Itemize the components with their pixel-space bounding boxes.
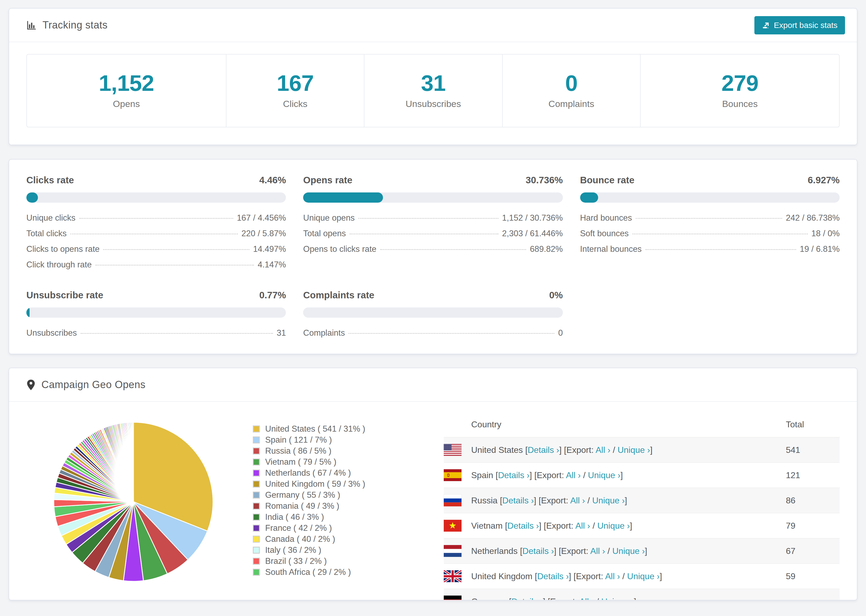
export-unique-link[interactable]: Unique › — [588, 470, 620, 480]
bracket: [ — [493, 470, 498, 480]
geo-opens-card: Campaign Geo Opens United States ( 541 /… — [9, 368, 857, 600]
ru-flag-icon — [444, 495, 461, 506]
stat-complaints-label: Complaints — [503, 99, 640, 109]
stat-clicks-value: 167 — [227, 71, 364, 95]
details-link[interactable]: Details › — [522, 546, 554, 556]
legend-item: Italy ( 36 / 2% ) — [253, 545, 403, 556]
export-all-link[interactable]: All › — [579, 597, 594, 601]
export-all-link[interactable]: All › — [570, 496, 585, 505]
clicks-rate-block: Clicks rate 4.46% Unique clicks167 / 4.4… — [26, 175, 286, 272]
export-icon — [762, 21, 770, 29]
country-name: Spain — [471, 470, 493, 480]
export-all-link[interactable]: All › — [590, 546, 605, 556]
legend-swatch — [253, 492, 260, 498]
total-cell: 59 — [786, 571, 840, 581]
opens-rate-progress-fill — [303, 192, 383, 203]
country-name: Germany — [471, 597, 507, 601]
legend-swatch — [253, 569, 260, 576]
bar-chart-icon — [26, 20, 36, 30]
rate-row: Total opens2,303 / 61.446% — [303, 226, 563, 241]
dotted-leader — [79, 218, 233, 219]
export-unique-link[interactable]: Unique › — [601, 597, 634, 601]
bracket: [ — [518, 546, 523, 556]
bracket: [ — [507, 597, 512, 601]
legend-swatch — [253, 470, 260, 476]
dotted-leader — [359, 218, 498, 219]
rate-row: Opens to clicks rate689.82% — [303, 241, 563, 257]
export-basic-stats-button[interactable]: Export basic stats — [754, 16, 845, 35]
unsubscribe-rate-progress-fill — [26, 308, 30, 318]
country-cell: Russia [Details ›] [Export: All › / Uniq… — [471, 496, 786, 506]
export-prefix: ] [Export: — [529, 470, 566, 480]
details-link[interactable]: Details › — [507, 521, 539, 531]
dotted-leader — [350, 234, 498, 234]
total-cell: 79 — [786, 521, 840, 531]
export-all-link[interactable]: All › — [595, 445, 610, 455]
export-all-link[interactable]: All › — [575, 521, 590, 531]
geo-table-row: United Kingdom [Details ›] [Export: All … — [444, 563, 840, 589]
unsubscribe-rate-value: 0.77% — [259, 290, 286, 300]
stat-clicks: 167 Clicks — [226, 55, 364, 127]
export-all-link[interactable]: All › — [605, 571, 620, 581]
legend-item: France ( 42 / 2% ) — [253, 522, 403, 533]
export-basic-stats-label: Export basic stats — [774, 21, 838, 30]
details-link[interactable]: Details › — [527, 445, 559, 455]
bracket: [ — [532, 571, 537, 581]
slash: / — [581, 470, 588, 480]
dotted-leader — [96, 265, 254, 266]
details-link[interactable]: Details › — [502, 496, 534, 505]
legend-item: Germany ( 55 / 3% ) — [253, 489, 403, 500]
legend-label: France ( 42 / 2% ) — [265, 523, 332, 533]
slash: / — [585, 496, 592, 505]
geo-opens-title-text: Campaign Geo Opens — [41, 379, 145, 391]
dotted-leader — [103, 249, 249, 250]
legend-swatch — [253, 459, 260, 465]
rate-row: Click through rate4.147% — [26, 257, 286, 272]
rate-row: Hard bounces242 / 86.738% — [580, 210, 840, 226]
stats-box: 1,152 Opens 167 Clicks 31 Unsubscribes 0… — [26, 54, 840, 127]
legend-swatch — [253, 481, 260, 487]
legend-label: Romania ( 49 / 3% ) — [265, 501, 339, 511]
country-name: Vietnam — [471, 521, 503, 531]
slash: / — [605, 546, 612, 556]
export-all-link[interactable]: All › — [566, 470, 581, 480]
legend-item: Romania ( 49 / 3% ) — [253, 500, 403, 511]
export-unique-link[interactable]: Unique › — [597, 521, 630, 531]
geo-opens-body: United States ( 541 / 31% )Spain ( 121 /… — [9, 402, 857, 600]
legend-swatch — [253, 536, 260, 543]
export-unique-link[interactable]: Unique › — [617, 445, 650, 455]
country-cell: Spain [Details ›] [Export: All › / Uniqu… — [471, 470, 786, 480]
country-cell: United States [Details ›] [Export: All ›… — [471, 445, 786, 455]
export-unique-link[interactable]: Unique › — [612, 546, 645, 556]
legend-item: United States ( 541 / 31% ) — [253, 423, 403, 434]
legend-label: Vietnam ( 79 / 5% ) — [265, 457, 337, 467]
legend-label: Germany ( 55 / 3% ) — [265, 490, 340, 500]
details-link[interactable]: Details › — [498, 470, 529, 480]
rate-row: Unsubscribes31 — [26, 325, 286, 341]
legend-swatch — [253, 525, 260, 532]
details-link[interactable]: Details › — [537, 571, 568, 581]
gb-flag-icon — [444, 570, 461, 582]
slash: / — [590, 521, 597, 531]
bracket: ] — [645, 546, 647, 556]
country-name: Russia — [471, 496, 498, 505]
total-column-header: Total — [786, 420, 840, 429]
legend-swatch — [253, 437, 260, 443]
export-unique-link[interactable]: Unique › — [627, 571, 660, 581]
country-cell: Netherlands [Details ›] [Export: All › /… — [471, 546, 786, 556]
dotted-leader — [633, 234, 808, 234]
export-unique-link[interactable]: Unique › — [592, 496, 625, 505]
vn-flag-icon — [444, 520, 461, 532]
tracking-stats-header: Tracking stats Export basic stats — [9, 9, 857, 42]
legend-label: India ( 46 / 3% ) — [265, 512, 324, 522]
details-link[interactable]: Details › — [511, 597, 543, 601]
bracket: [ — [523, 445, 527, 455]
country-cell: United Kingdom [Details ›] [Export: All … — [471, 571, 786, 581]
tracking-stats-card: Tracking stats Export basic stats 1,152 … — [9, 8, 857, 145]
opens-rate-title: Opens rate — [303, 175, 352, 185]
geo-table-header: Country Total — [444, 412, 840, 437]
stat-bounces: 279 Bounces — [640, 55, 839, 127]
legend-label: United States ( 541 / 31% ) — [265, 424, 365, 434]
bracket: [ — [503, 521, 507, 531]
dotted-leader — [646, 249, 796, 250]
